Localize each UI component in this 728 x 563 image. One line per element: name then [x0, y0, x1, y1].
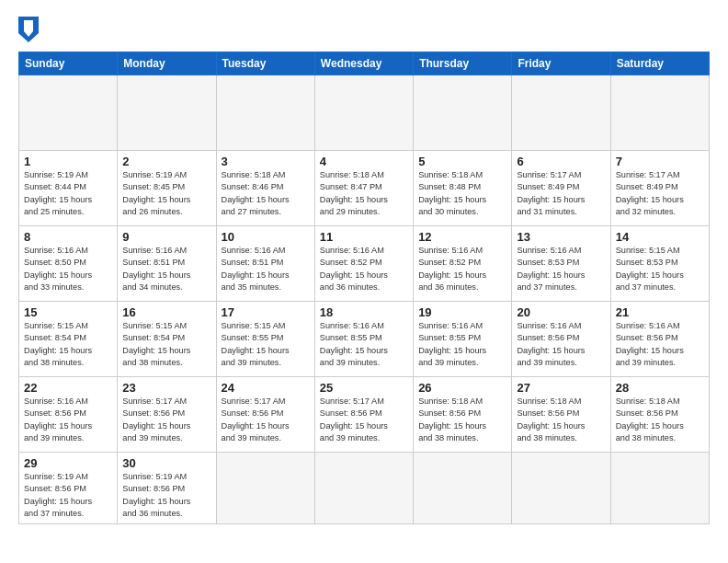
day-info: Sunrise: 5:16 AM Sunset: 8:56 PM Dayligh… [24, 396, 112, 444]
day-info: Sunrise: 5:16 AM Sunset: 8:52 PM Dayligh… [418, 245, 506, 293]
calendar-cell: 27Sunrise: 5:18 AM Sunset: 8:56 PM Dayli… [512, 377, 610, 453]
day-info: Sunrise: 5:19 AM Sunset: 8:45 PM Dayligh… [122, 169, 210, 218]
day-info: Sunrise: 5:17 AM Sunset: 8:56 PM Dayligh… [122, 396, 210, 444]
calendar-cell: 3Sunrise: 5:18 AM Sunset: 8:46 PM Daylig… [216, 151, 314, 226]
calendar-cell: 12Sunrise: 5:16 AM Sunset: 8:52 PM Dayli… [414, 226, 512, 302]
day-info: Sunrise: 5:17 AM Sunset: 8:49 PM Dayligh… [517, 169, 605, 218]
calendar-cell [610, 75, 709, 151]
day-number: 22 [24, 381, 112, 395]
calendar-cell [414, 75, 512, 151]
day-number: 11 [320, 230, 408, 244]
calendar-cell: 9Sunrise: 5:16 AM Sunset: 8:51 PM Daylig… [118, 226, 216, 302]
day-info: Sunrise: 5:15 AM Sunset: 8:54 PM Dayligh… [24, 320, 112, 369]
day-number: 24 [222, 381, 310, 395]
calendar-cell: 14Sunrise: 5:15 AM Sunset: 8:53 PM Dayli… [610, 226, 709, 302]
day-info: Sunrise: 5:18 AM Sunset: 8:48 PM Dayligh… [418, 169, 506, 218]
calendar-cell: 24Sunrise: 5:17 AM Sunset: 8:56 PM Dayli… [216, 377, 314, 453]
day-info: Sunrise: 5:16 AM Sunset: 8:50 PM Dayligh… [24, 245, 112, 293]
day-info: Sunrise: 5:15 AM Sunset: 8:53 PM Dayligh… [616, 245, 704, 293]
day-number: 6 [517, 155, 605, 168]
day-info: Sunrise: 5:18 AM Sunset: 8:47 PM Dayligh… [320, 169, 408, 218]
calendar-table: SundayMondayTuesdayWednesdayThursdayFrid… [18, 52, 710, 524]
calendar-week-row: 15Sunrise: 5:15 AM Sunset: 8:54 PM Dayli… [19, 302, 710, 377]
calendar-cell [314, 453, 413, 524]
day-info: Sunrise: 5:18 AM Sunset: 8:56 PM Dayligh… [517, 396, 605, 444]
calendar-cell: 10Sunrise: 5:16 AM Sunset: 8:51 PM Dayli… [216, 226, 314, 302]
calendar-week-row: 22Sunrise: 5:16 AM Sunset: 8:56 PM Dayli… [19, 377, 710, 453]
day-number: 17 [222, 305, 310, 319]
calendar-cell [414, 453, 512, 524]
day-info: Sunrise: 5:16 AM Sunset: 8:55 PM Dayligh… [418, 320, 506, 369]
day-number: 29 [24, 456, 112, 470]
calendar-cell: 22Sunrise: 5:16 AM Sunset: 8:56 PM Dayli… [19, 377, 118, 453]
day-info: Sunrise: 5:19 AM Sunset: 8:56 PM Dayligh… [24, 471, 112, 520]
calendar-cell: 16Sunrise: 5:15 AM Sunset: 8:54 PM Dayli… [118, 302, 216, 377]
day-number: 4 [320, 155, 408, 168]
calendar-cell: 15Sunrise: 5:15 AM Sunset: 8:54 PM Dayli… [19, 302, 118, 377]
calendar-col-header: Monday [118, 52, 216, 75]
day-number: 25 [320, 381, 408, 395]
day-info: Sunrise: 5:16 AM Sunset: 8:51 PM Dayligh… [222, 245, 310, 293]
calendar-week-row: 29Sunrise: 5:19 AM Sunset: 8:56 PM Dayli… [19, 453, 710, 524]
calendar-cell [512, 75, 610, 151]
calendar-cell: 19Sunrise: 5:16 AM Sunset: 8:55 PM Dayli… [414, 302, 512, 377]
calendar-cell: 29Sunrise: 5:19 AM Sunset: 8:56 PM Dayli… [19, 453, 118, 524]
day-info: Sunrise: 5:19 AM Sunset: 8:56 PM Dayligh… [122, 471, 210, 520]
header [18, 17, 710, 42]
day-number: 20 [517, 305, 605, 319]
day-info: Sunrise: 5:18 AM Sunset: 8:56 PM Dayligh… [616, 396, 704, 444]
day-info: Sunrise: 5:16 AM Sunset: 8:56 PM Dayligh… [616, 320, 704, 369]
calendar-cell: 4Sunrise: 5:18 AM Sunset: 8:47 PM Daylig… [314, 151, 413, 226]
day-info: Sunrise: 5:19 AM Sunset: 8:44 PM Dayligh… [24, 169, 112, 218]
calendar-col-header: Tuesday [216, 52, 314, 75]
day-number: 30 [122, 456, 210, 470]
day-info: Sunrise: 5:17 AM Sunset: 8:56 PM Dayligh… [320, 396, 408, 444]
day-info: Sunrise: 5:15 AM Sunset: 8:55 PM Dayligh… [222, 320, 310, 369]
calendar-cell: 5Sunrise: 5:18 AM Sunset: 8:48 PM Daylig… [414, 151, 512, 226]
day-number: 12 [418, 230, 506, 244]
day-number: 26 [418, 381, 506, 395]
day-number: 14 [616, 230, 704, 244]
calendar-cell: 1Sunrise: 5:19 AM Sunset: 8:44 PM Daylig… [19, 151, 118, 226]
calendar-col-header: Friday [512, 52, 610, 75]
day-number: 7 [616, 155, 704, 168]
day-number: 3 [222, 155, 310, 168]
calendar-cell: 6Sunrise: 5:17 AM Sunset: 8:49 PM Daylig… [512, 151, 610, 226]
day-number: 21 [616, 305, 704, 319]
calendar-col-header: Thursday [414, 52, 512, 75]
calendar-cell: 8Sunrise: 5:16 AM Sunset: 8:50 PM Daylig… [19, 226, 118, 302]
calendar-col-header: Wednesday [314, 52, 413, 75]
calendar-cell: 18Sunrise: 5:16 AM Sunset: 8:55 PM Dayli… [314, 302, 413, 377]
calendar-cell: 7Sunrise: 5:17 AM Sunset: 8:49 PM Daylig… [610, 151, 709, 226]
calendar-cell [610, 453, 709, 524]
day-number: 9 [122, 230, 210, 244]
page: SundayMondayTuesdayWednesdayThursdayFrid… [0, 0, 728, 563]
day-number: 19 [418, 305, 506, 319]
calendar-cell [314, 75, 413, 151]
day-info: Sunrise: 5:16 AM Sunset: 8:51 PM Dayligh… [122, 245, 210, 293]
calendar-week-row: 1Sunrise: 5:19 AM Sunset: 8:44 PM Daylig… [19, 151, 710, 226]
calendar-cell: 28Sunrise: 5:18 AM Sunset: 8:56 PM Dayli… [610, 377, 709, 453]
logo-icon [18, 17, 39, 42]
day-number: 8 [24, 230, 112, 244]
calendar-col-header: Saturday [610, 52, 709, 75]
calendar-cell: 13Sunrise: 5:16 AM Sunset: 8:53 PM Dayli… [512, 226, 610, 302]
calendar-cell: 21Sunrise: 5:16 AM Sunset: 8:56 PM Dayli… [610, 302, 709, 377]
day-info: Sunrise: 5:16 AM Sunset: 8:56 PM Dayligh… [517, 320, 605, 369]
day-info: Sunrise: 5:15 AM Sunset: 8:54 PM Dayligh… [122, 320, 210, 369]
day-info: Sunrise: 5:16 AM Sunset: 8:53 PM Dayligh… [517, 245, 605, 293]
calendar-cell [216, 453, 314, 524]
day-number: 13 [517, 230, 605, 244]
calendar-cell [118, 75, 216, 151]
calendar-header-row: SundayMondayTuesdayWednesdayThursdayFrid… [19, 52, 710, 75]
day-number: 15 [24, 305, 112, 319]
day-number: 28 [616, 381, 704, 395]
day-number: 18 [320, 305, 408, 319]
calendar-cell: 25Sunrise: 5:17 AM Sunset: 8:56 PM Dayli… [314, 377, 413, 453]
day-number: 10 [222, 230, 310, 244]
calendar-col-header: Sunday [19, 52, 118, 75]
calendar-cell: 23Sunrise: 5:17 AM Sunset: 8:56 PM Dayli… [118, 377, 216, 453]
calendar-cell [216, 75, 314, 151]
day-number: 27 [517, 381, 605, 395]
day-info: Sunrise: 5:18 AM Sunset: 8:46 PM Dayligh… [222, 169, 310, 218]
